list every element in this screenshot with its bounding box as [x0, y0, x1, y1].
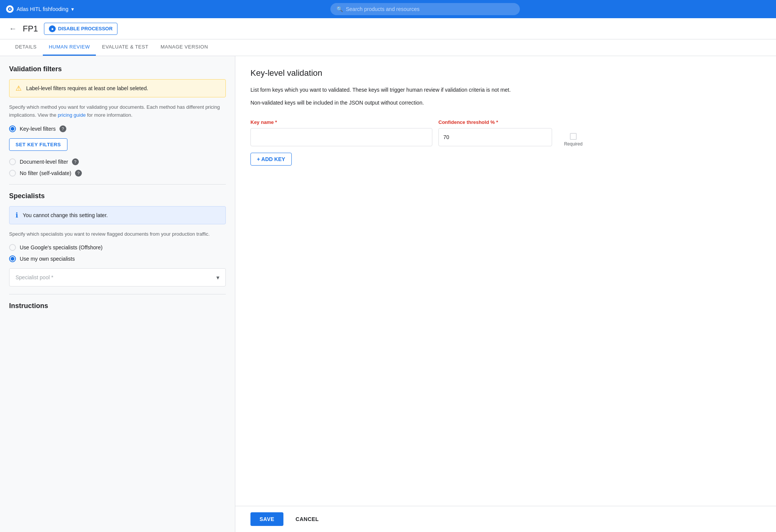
panel-description-2: Non-validated keys will be included in t… [250, 99, 761, 107]
key-name-required-marker: * [275, 119, 277, 125]
specialist-pool-dropdown[interactable]: Specialist pool * ▾ [9, 268, 226, 286]
no-filter-help-icon[interactable]: ? [75, 170, 82, 177]
search-bar[interactable]: 🔍 Search products and resources [330, 3, 520, 15]
tabs-bar: DETAILS HUMAN REVIEW EVALUATE & TEST MAN… [0, 39, 776, 56]
required-column: Required [558, 119, 588, 147]
disable-button-label: DISABLE PROCESSOR [58, 26, 113, 31]
required-checkbox-wrapper: Required [558, 119, 588, 147]
panel-title: Key-level validation [250, 68, 761, 78]
key-level-filter-option[interactable]: Key-level filters ? [9, 125, 226, 132]
set-key-filters-button[interactable]: SET KEY FILTERS [9, 138, 67, 151]
no-filter-radio[interactable] [9, 170, 16, 177]
other-filter-options: Document-level filter ? No filter (self-… [9, 158, 226, 177]
warning-icon: ⚠ [16, 84, 22, 92]
own-specialists-radio[interactable] [9, 255, 16, 262]
dropdown-icon[interactable]: ▾ [71, 6, 74, 12]
tab-human-review[interactable]: HUMAN REVIEW [43, 39, 96, 56]
required-checkbox-label: Required [564, 141, 583, 147]
info-box: ℹ You cannot change this setting later. [9, 206, 226, 224]
document-level-help-icon[interactable]: ? [72, 158, 79, 165]
specialists-radio-group: Use Google's specialists (Offshore) Use … [9, 244, 226, 262]
form-header-row: Key name * Confidence threshold % * R [250, 119, 761, 147]
filter-description: Specify which method you want for valida… [9, 103, 226, 119]
tab-evaluate-test[interactable]: EVALUATE & TEST [96, 39, 154, 56]
no-filter-label: No filter (self-validate) [20, 170, 71, 176]
main-layout: Validation filters ⚠ Label-level filters… [0, 56, 776, 532]
panel-description-1: List form keys which you want to validat… [250, 86, 761, 94]
right-panel: Key-level validation List form keys whic… [235, 56, 776, 532]
key-name-label: Key name * [250, 119, 432, 125]
left-panel: Validation filters ⚠ Label-level filters… [0, 56, 235, 532]
google-specialists-label: Use Google's specialists (Offshore) [20, 244, 103, 250]
search-icon: 🔍 [336, 6, 343, 12]
google-specialists-radio[interactable] [9, 244, 16, 251]
sub-header: ← FP1 ● DISABLE PROCESSOR [0, 18, 776, 39]
confidence-column: Confidence threshold % * [438, 119, 552, 146]
right-panel-footer: SAVE CANCEL [235, 506, 776, 532]
save-button[interactable]: SAVE [250, 512, 283, 526]
disable-processor-button[interactable]: ● DISABLE PROCESSOR [44, 23, 117, 35]
app-logo[interactable]: Atlas HITL fishfooding ▾ [6, 5, 74, 13]
top-bar: Atlas HITL fishfooding ▾ 🔍 Search produc… [0, 0, 776, 18]
search-placeholder: Search products and resources [346, 6, 420, 12]
right-panel-content: Key-level validation List form keys whic… [235, 56, 776, 506]
back-button[interactable]: ← [9, 24, 17, 33]
svg-point-1 [9, 8, 11, 10]
cancel-button[interactable]: CANCEL [289, 512, 325, 526]
app-name: Atlas HITL fishfooding [17, 6, 68, 12]
own-specialists-label: Use my own specialists [20, 256, 75, 262]
document-level-radio[interactable] [9, 158, 16, 165]
divider-1 [9, 184, 226, 185]
logo-icon [6, 5, 14, 13]
key-name-input[interactable] [250, 128, 432, 146]
warning-box: ⚠ Label-level filters requires at least … [9, 79, 226, 97]
no-filter-option[interactable]: No filter (self-validate) ? [9, 170, 226, 177]
validation-filters-title: Validation filters [9, 65, 226, 73]
specialist-pool-placeholder: Specialist pool * [16, 274, 53, 280]
confidence-input[interactable] [438, 128, 552, 146]
tab-details[interactable]: DETAILS [9, 39, 43, 56]
specialists-description: Specify which specialists you want to re… [9, 230, 226, 238]
instructions-title: Instructions [9, 302, 48, 310]
own-specialists-option[interactable]: Use my own specialists [9, 255, 226, 262]
add-key-button[interactable]: + ADD KEY [250, 153, 292, 166]
page-title: FP1 [23, 24, 38, 34]
tab-manage-version[interactable]: MANAGE VERSION [155, 39, 214, 56]
key-level-radio[interactable] [9, 125, 16, 132]
specialists-title: Specialists [9, 192, 226, 200]
document-level-label: Document-level filter [20, 159, 68, 165]
required-checkbox[interactable] [570, 133, 577, 140]
key-level-help-icon[interactable]: ? [59, 125, 66, 132]
google-specialists-option[interactable]: Use Google's specialists (Offshore) [9, 244, 226, 251]
divider-2 [9, 294, 226, 294]
specialists-info-text: You cannot change this setting later. [23, 212, 108, 218]
info-icon: ℹ [16, 211, 18, 219]
document-level-filter-option[interactable]: Document-level filter ? [9, 158, 226, 165]
add-key-label: + ADD KEY [257, 156, 285, 162]
confidence-label: Confidence threshold % * [438, 119, 552, 125]
confidence-required-marker: * [496, 119, 498, 125]
key-name-column: Key name * [250, 119, 432, 146]
key-level-label: Key-level filters [20, 126, 56, 132]
disable-icon: ● [49, 25, 56, 32]
dropdown-arrow-icon: ▾ [216, 274, 219, 281]
warning-text: Label-level filters requires at least on… [26, 85, 148, 91]
pricing-guide-link[interactable]: pricing guide [58, 112, 86, 118]
filter-radio-group: Key-level filters ? [9, 125, 226, 132]
